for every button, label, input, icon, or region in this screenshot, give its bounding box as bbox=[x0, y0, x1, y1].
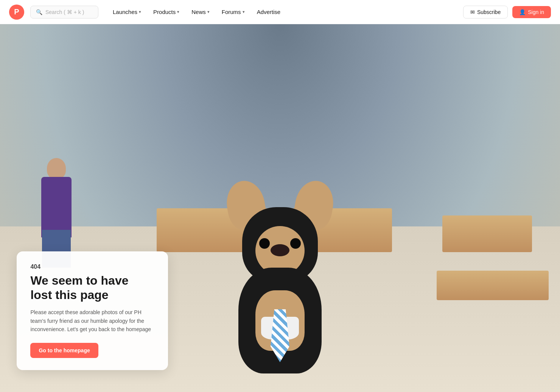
search-icon: 🔍 bbox=[36, 9, 42, 15]
dog-image bbox=[208, 177, 352, 373]
search-bar[interactable]: 🔍 Search ( ⌘ + k ) bbox=[30, 6, 98, 19]
error-card: 404 We seem to have lost this page Pleas… bbox=[17, 251, 168, 370]
nav-news[interactable]: News ▾ bbox=[186, 6, 215, 18]
subscribe-icon: ✉ bbox=[470, 9, 475, 15]
background-person bbox=[34, 132, 79, 237]
nav-advertise[interactable]: Advertise bbox=[252, 6, 286, 18]
user-icon: 👤 bbox=[519, 9, 526, 15]
brand-logo[interactable]: P bbox=[9, 5, 24, 20]
nav-forums[interactable]: Forums ▾ bbox=[216, 6, 250, 18]
nav-products[interactable]: Products ▾ bbox=[148, 6, 185, 18]
dog-eye-left bbox=[259, 238, 270, 249]
signin-button[interactable]: 👤 Sign in bbox=[512, 6, 551, 18]
navbar: P 🔍 Search ( ⌘ + k ) Launches ▾ Products… bbox=[0, 0, 560, 24]
error-code: 404 bbox=[30, 263, 154, 270]
error-title: We seem to have lost this page bbox=[30, 273, 154, 302]
go-to-homepage-button[interactable]: Go to the homepage bbox=[30, 343, 98, 358]
person-body bbox=[41, 177, 72, 237]
dog-nose bbox=[271, 244, 289, 256]
chevron-down-icon: ▾ bbox=[177, 9, 179, 14]
chevron-down-icon: ▾ bbox=[139, 9, 141, 14]
navbar-actions: ✉ Subscribe 👤 Sign in bbox=[463, 6, 551, 19]
background-table-3 bbox=[442, 215, 532, 252]
search-placeholder: Search ( ⌘ + k ) bbox=[45, 9, 84, 15]
chevron-down-icon: ▾ bbox=[207, 9, 210, 14]
hero-section: 404 We seem to have lost this page Pleas… bbox=[0, 24, 560, 392]
nav-launches[interactable]: Launches ▾ bbox=[107, 6, 146, 18]
person-head bbox=[47, 158, 66, 179]
subscribe-button[interactable]: ✉ Subscribe bbox=[463, 6, 508, 19]
background-table-2 bbox=[437, 271, 549, 300]
chevron-down-icon: ▾ bbox=[243, 9, 245, 14]
error-description: Please accept these adorable photos of o… bbox=[30, 308, 154, 333]
main-nav: Launches ▾ Products ▾ News ▾ Forums ▾ Ad… bbox=[107, 6, 457, 18]
dog-eye-right bbox=[290, 238, 301, 249]
